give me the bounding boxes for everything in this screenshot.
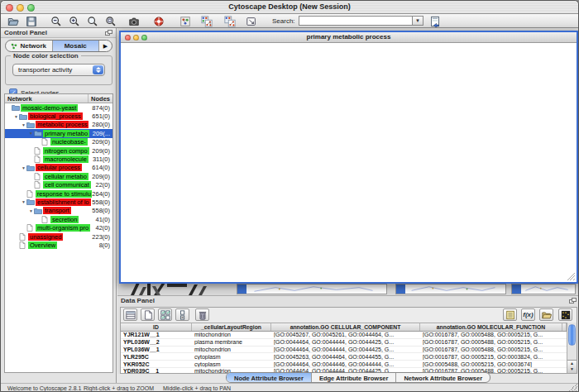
tree-row[interactable]: response to stimulu264(0): [5, 189, 112, 198]
tab-node-attribute-browser[interactable]: Node Attribute Browser: [227, 373, 312, 382]
tree-row[interactable]: unassigned223(0): [5, 232, 112, 241]
zoom-fit-icon[interactable]: [103, 15, 118, 27]
scrollbar-thumb[interactable]: [568, 324, 576, 346]
matrix-icon[interactable]: [558, 308, 572, 321]
network-desktop: primary metabolic process: [117, 28, 579, 295]
delete-attribute-icon[interactable]: [195, 308, 209, 321]
tree-row-count: 614(0): [92, 164, 112, 171]
scrollbar-arrows-icon[interactable]: ▲▼: [567, 360, 577, 373]
tree-column-headers[interactable]: Network Nodes: [5, 94, 112, 103]
tree-row[interactable]: ▼primary metabo209(...: [5, 129, 112, 137]
snapshot-camera-icon[interactable]: [127, 15, 141, 27]
zoom-out-icon[interactable]: [49, 15, 64, 27]
table-row[interactable]: YKR052Ccytoplasm[GO:0044464, GO:0044446,…: [121, 361, 567, 368]
attribute-table-header[interactable]: ID_cellularLayoutRegionannotation.GO CEL…: [121, 323, 567, 332]
tree-row[interactable]: macromolecule311(0): [5, 155, 112, 163]
open-attr-file-icon[interactable]: [539, 308, 553, 321]
tree-row[interactable]: secretion41(0): [5, 215, 112, 223]
tree-row[interactable]: ▼metabolic process280(0): [5, 121, 112, 129]
control-panel-tabs: Network Mosaic ▶: [5, 40, 112, 52]
expand-arrow-icon[interactable]: ▼: [13, 114, 19, 119]
tree-row[interactable]: ▼establishment of lo558(0): [5, 198, 112, 206]
table-row[interactable]: YPL036W__2plasma membrane[GO:0044464, GO…: [121, 339, 567, 347]
tree-row-count: 558(0): [92, 198, 112, 206]
column-header[interactable]: annotation.GO CELLULAR_COMPONENT: [271, 323, 420, 331]
main-toolbar: Search: ▼: [1, 14, 578, 28]
tree-row-count: 264(0): [92, 190, 112, 198]
app-resize-grip[interactable]: [569, 384, 577, 392]
float-panel-icon[interactable]: [105, 30, 112, 36]
data-panel-title: Data Panel: [121, 297, 155, 304]
column-header[interactable]: ID: [121, 323, 192, 331]
zoom-in-icon[interactable]: [67, 15, 82, 27]
table-row[interactable]: YPL036W__1mitochondrion[GO:0044464, GO:0…: [121, 347, 567, 354]
table-row[interactable]: YLR295Ccytoplasm[GO:0045263, GO:0044464,…: [121, 353, 567, 361]
tab-network[interactable]: Network: [6, 41, 53, 51]
float-panel-icon[interactable]: [569, 298, 577, 304]
tree-row[interactable]: ▼cellular process614(0): [5, 164, 112, 172]
window-resize-grip[interactable]: [567, 273, 575, 280]
tree-row-count: 223(0): [92, 233, 112, 241]
tree-row-count: 42(0): [95, 224, 112, 232]
app-titlebar[interactable]: Cytoscape Desktop (New Session): [1, 1, 578, 14]
network-view-window[interactable]: primary metabolic process: [119, 31, 578, 284]
network-align-icon[interactable]: [223, 15, 237, 27]
expand-arrow-icon[interactable]: ▼: [21, 199, 26, 204]
open-session-icon[interactable]: [6, 15, 21, 27]
expand-arrow-icon[interactable]: ▼: [28, 208, 34, 213]
new-attribute-icon[interactable]: [141, 308, 155, 321]
attribute-browser-toolbar: f(x): [121, 308, 577, 322]
expand-arrow-icon[interactable]: ▼: [21, 122, 26, 127]
table-cell: [GO:0016787, GO:0005488, GO:0005215, G..…: [420, 339, 562, 345]
tree-row[interactable]: nitrogen compo209(0): [5, 146, 112, 155]
tree-row[interactable]: cell communicat22(0): [5, 181, 112, 189]
search-dropdown-icon[interactable]: ▼: [413, 16, 423, 26]
tab-overflow-icon[interactable]: ▶: [99, 41, 112, 51]
tree-row[interactable]: cellular metabo209(0): [5, 172, 112, 180]
tree-row[interactable]: Overview8(0): [5, 241, 112, 249]
attribute-batch-icon[interactable]: [503, 308, 517, 321]
help-ring-icon[interactable]: [151, 15, 166, 27]
table-row[interactable]: YJR121W__1mitochondrion[GO:0045267, GO:0…: [121, 332, 567, 339]
tab-edge-attribute-browser[interactable]: Edge Attribute Browser: [312, 373, 396, 382]
folder-icon: [34, 208, 43, 214]
tree-row-count: 558(0): [92, 207, 112, 214]
control-panel-title: Control Panel: [4, 29, 47, 36]
column-header[interactable]: annotation.GO MOLECULAR_FUNCTION: [420, 323, 562, 331]
tree-row[interactable]: multi-organism pro42(0): [5, 223, 112, 232]
annotation-icon[interactable]: [244, 15, 259, 27]
table-cell: YPL036W__1: [121, 347, 192, 352]
import-attributes-icon[interactable]: [428, 15, 443, 27]
network-merge-icon[interactable]: [199, 15, 214, 27]
tree-row-count: 874(0): [92, 104, 112, 112]
search-input[interactable]: [299, 16, 413, 26]
tree-row-count: 209(0): [92, 147, 112, 155]
node-color-dropdown[interactable]: transporter activity: [12, 64, 105, 76]
formula-icon[interactable]: f(x): [521, 308, 535, 321]
tab-network-attribute-browser[interactable]: Network Attribute Browser: [396, 373, 490, 382]
select-attributes-icon[interactable]: [158, 308, 172, 321]
zoom-selected-icon[interactable]: [85, 15, 100, 27]
file-icon: [41, 216, 50, 223]
tab-mosaic[interactable]: Mosaic: [53, 41, 100, 51]
table-cell: [GO:0045267, GO:0045261, GO:0044464, G..…: [271, 332, 420, 337]
expand-arrow-icon[interactable]: ▼: [28, 131, 34, 136]
table-cell: [GO:0016787, GO:0005488, GO:0005215, G..…: [420, 332, 562, 337]
tree-row[interactable]: mosaic-demo-yeast874(0): [5, 103, 112, 112]
tree-row[interactable]: ▼biological_process651(0): [5, 112, 112, 120]
tree-row-label: multi-organism pro: [36, 224, 90, 232]
show-table-icon[interactable]: [123, 308, 137, 321]
tree-row[interactable]: nucleobase-209(0): [5, 138, 112, 146]
tree-row-label: cellular process: [36, 164, 82, 171]
tree-row[interactable]: ▼transport558(0): [5, 207, 112, 215]
table-cell: [GO:0045263, GO:0044464, GO:0044455, G..…: [271, 354, 420, 360]
expand-arrow-icon[interactable]: ▼: [21, 165, 26, 170]
column-header[interactable]: _cellularLayoutRegion: [192, 323, 271, 331]
vizmapper-icon[interactable]: [178, 15, 193, 27]
table-scrollbar[interactable]: ▲▼: [567, 323, 577, 373]
network-window-titlebar[interactable]: primary metabolic process: [121, 32, 577, 43]
tree-row-count: 209(0): [92, 138, 112, 146]
network-canvas[interactable]: [122, 44, 576, 281]
unselect-attributes-icon[interactable]: [175, 308, 189, 321]
save-session-icon[interactable]: [24, 15, 39, 27]
